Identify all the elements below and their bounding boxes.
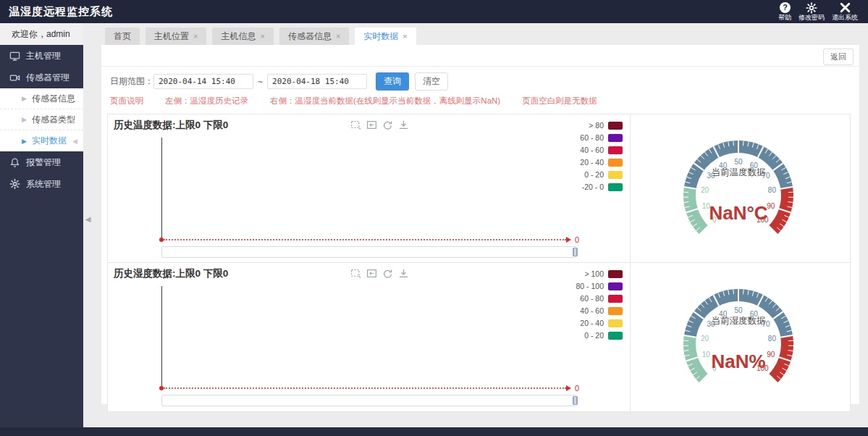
legend-item[interactable]: 20 - 40 [576,319,623,327]
tab-bar: 首页主机位置×主机信息×传感器信息×实时数据× [83,23,868,45]
sidebar-subitem-realtime-data[interactable]: ▶实时数据◀ [0,130,83,151]
svg-text:?: ? [783,3,788,12]
svg-text:80: 80 [767,335,776,343]
sidebar-subitem-sensor-info[interactable]: ▶传感器信息 [0,88,83,109]
zoom-reset-icon[interactable] [366,268,377,279]
legend-item[interactable]: 60 - 80 [576,294,623,303]
zoom-select-icon[interactable] [350,120,361,130]
legend-swatch [608,183,623,191]
legend-item[interactable]: 0 - 20 [580,170,623,179]
legend-label: > 80 [589,121,604,130]
bell-icon [9,157,20,168]
legend-item[interactable]: 80 - 100 [576,282,623,290]
notice-text: 页面说明 [110,96,143,106]
legend-item[interactable]: 40 - 60 [576,306,623,315]
markline-dashes [164,239,566,240]
caret-left-icon: ◀ [72,138,77,145]
help-icon: ? [779,1,791,14]
legend-label: 20 - 40 [580,158,604,167]
svg-text:90: 90 [767,202,775,210]
legend-swatch [608,270,623,278]
gear-icon [9,179,20,190]
markline-arrow-icon [566,385,571,391]
sidebar: 欢迎你，admin 主机管理传感器管理▶传感器信息▶传感器类型▶实时数据◀报警管… [0,23,83,427]
markline-zero: 0 [159,384,579,393]
y-axis [161,138,162,238]
download-icon[interactable] [398,120,409,130]
datazoom-slider[interactable] [161,395,576,406]
restore-icon[interactable] [382,268,393,279]
legend-label: -20 - 0 [582,183,604,191]
legend-label: 20 - 40 [580,319,604,327]
datazoom-handle[interactable] [573,396,578,405]
zoom-reset-icon[interactable] [366,120,377,130]
close-icon [839,1,851,14]
query-button[interactable]: 查询 [376,72,409,91]
tab-close-icon[interactable]: × [260,32,264,41]
sidebar-collapse-handle[interactable]: ◀ [83,209,93,229]
tab-label: 首页 [114,30,131,43]
tab-sensor-info[interactable]: 传感器信息× [279,28,349,45]
chart-toolbox [350,268,409,279]
legend-label: 80 - 100 [576,282,604,290]
sidebar-item-system-management[interactable]: 系统管理 [0,173,83,195]
current-humidity-gauge: 0102030405060708090100当前湿度数据NaN% [630,263,850,411]
page-notice: 页面说明左侧：温湿度历史记录右侧：温湿度当前数据(在线则显示当前数据，离线则显示… [110,96,859,106]
legend-item[interactable]: 60 - 80 [580,133,623,142]
sidebar-item-alarm-management[interactable]: 报警管理 [0,151,83,173]
history-humidity-chart: 历史湿度数据:上限0 下限0 0 > 10080 - 10060 - 8 [108,263,630,411]
sidebar-subitem-sensor-type[interactable]: ▶传感器类型 [0,109,83,130]
legend-swatch [608,171,623,179]
tab-host-info[interactable]: 主机信息× [212,28,273,45]
visualmap-legend: > 10080 - 10060 - 8040 - 6020 - 400 - 20 [576,269,623,340]
sidebar-item-label: 传感器管理 [26,72,69,84]
sidebar-subitem-label: 传感器信息 [32,93,75,105]
welcome-text: 欢迎你，admin [0,23,83,45]
date-separator: ~ [258,77,263,87]
gauge-title: 当前温度数据 [711,167,765,177]
sidebar-item-label: 主机管理 [26,50,61,62]
restore-icon[interactable] [382,120,393,130]
legend-item[interactable]: 0 - 20 [576,331,623,340]
legend-label: 40 - 60 [580,146,604,154]
sidebar-item-host-management[interactable]: 主机管理 [0,45,83,67]
zoom-select-icon[interactable] [350,268,361,279]
temperature-row: 历史温度数据:上限0 下限0 0 > 8060 - 8040 - 602 [108,114,850,263]
legend-label: 0 - 20 [584,170,604,179]
datazoom-slider[interactable] [161,246,576,258]
tab-host-location[interactable]: 主机位置× [146,28,206,45]
history-temperature-chart: 历史温度数据:上限0 下限0 0 > 8060 - 8040 - 602 [108,114,630,262]
app-title: 温湿度远程监控系统 [0,5,113,19]
legend-item[interactable]: 40 - 60 [580,146,623,154]
legend-item[interactable]: > 100 [576,269,623,278]
download-icon[interactable] [398,268,409,279]
legend-swatch [608,146,623,154]
monitor-icon [9,51,20,62]
back-button[interactable]: 返回 [823,49,854,65]
tab-realtime-data[interactable]: 实时数据× [355,28,416,45]
tab-close-icon[interactable]: × [193,32,198,41]
notice-text: 右侧：温湿度当前数据(在线则显示当前数据，离线则显示NaN) [270,96,500,106]
change-password-button[interactable]: 修改密码 [799,0,825,23]
humidity-row: 历史湿度数据:上限0 下限0 0 > 10080 - 10060 - 8 [108,263,850,411]
svg-text:80: 80 [767,186,776,194]
help-button[interactable]: ?帮助 [778,0,791,23]
tab-close-icon[interactable]: × [336,32,340,41]
date-from-input[interactable] [153,74,253,89]
caret-right-icon: ▶ [22,95,27,102]
datazoom-handle[interactable] [573,248,578,256]
date-range-label: 日期范围： [110,75,153,88]
logout-button[interactable]: 退出系统 [832,0,858,23]
main-area: 首页主机位置×主机信息×传感器信息×实时数据× 返回 日期范围： ~ 查询 清空… [83,23,868,427]
clear-button[interactable]: 清空 [415,72,448,91]
svg-text:90: 90 [767,351,775,359]
panel-toolbar: 返回 [101,45,859,67]
legend-item[interactable]: 20 - 40 [580,158,623,167]
tab-close-icon[interactable]: × [403,32,407,41]
tab-home[interactable]: 首页 [105,28,140,45]
caret-right-icon: ▶ [22,116,27,123]
legend-item[interactable]: -20 - 0 [580,183,623,191]
date-to-input[interactable] [267,74,367,89]
legend-item[interactable]: > 80 [580,121,623,130]
sidebar-item-sensor-management[interactable]: 传感器管理 [0,67,83,88]
